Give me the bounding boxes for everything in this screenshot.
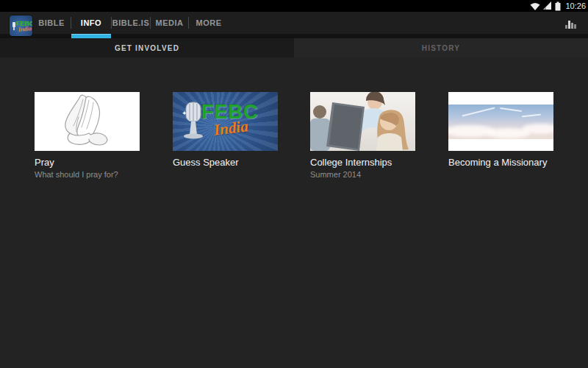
sky-band — [448, 105, 553, 139]
action-bar-tabs: BIBLE INFO BIBLE.IS MEDIA MORE — [32, 12, 229, 34]
poll-chart-icon[interactable] — [564, 18, 578, 29]
contrail — [462, 107, 495, 116]
card-title: Guess Speaker — [173, 157, 278, 168]
card-title: College Internships — [310, 157, 415, 168]
wifi-icon — [530, 1, 540, 11]
febc-india-logo-image: ✦ FEBC India — [173, 92, 278, 151]
contrail — [500, 107, 522, 112]
students-at-computer-image — [310, 92, 415, 151]
status-bar: 10:26 — [0, 0, 588, 12]
contrail — [522, 114, 541, 118]
card-becoming-a-missionary[interactable]: Becoming a Missionary — [448, 92, 553, 170]
content-grid: Pray What should I pray for? ✦ FEBC Indi… — [0, 57, 588, 368]
card-title: Pray — [35, 157, 140, 168]
card-subtitle: What should I pray for? — [35, 170, 140, 179]
card-title: Becoming a Missionary — [448, 157, 553, 168]
tab-more[interactable]: MORE — [189, 12, 229, 34]
page-tab-strip: GET INVOLVED HISTORY — [0, 38, 588, 57]
tab-bible[interactable]: BIBLE — [32, 12, 71, 34]
page-tab-history[interactable]: HISTORY — [294, 38, 588, 57]
signal-icon — [543, 1, 552, 10]
battery-icon — [555, 1, 561, 11]
microphone-icon — [12, 22, 15, 27]
sparkle-highlight: ✦ — [182, 110, 187, 117]
cloud — [522, 124, 553, 134]
sky-clouds-image — [448, 92, 553, 151]
tab-bible-is[interactable]: BIBLE.IS — [112, 12, 150, 34]
page-tab-get-involved[interactable]: GET INVOLVED — [0, 38, 294, 57]
tab-info[interactable]: INFO — [71, 12, 111, 34]
clock: 10:26 — [565, 0, 586, 12]
card-pray[interactable]: Pray What should I pray for? — [35, 92, 140, 179]
praying-hands-sketch-image — [35, 92, 140, 151]
app-screen: 10:26 FEBC India BIBLE INFO BIBLE.IS MED… — [0, 0, 588, 368]
febc-india-app-icon[interactable]: FEBC India — [10, 15, 32, 36]
app-icon-india-text: India — [18, 25, 32, 33]
card-guess-speaker[interactable]: ✦ FEBC India Guess Speaker — [173, 92, 278, 170]
tab-media[interactable]: MEDIA — [151, 12, 188, 34]
card-college-internships[interactable]: College Internships Summer 2014 — [310, 92, 415, 179]
card-subtitle: Summer 2014 — [310, 170, 415, 179]
